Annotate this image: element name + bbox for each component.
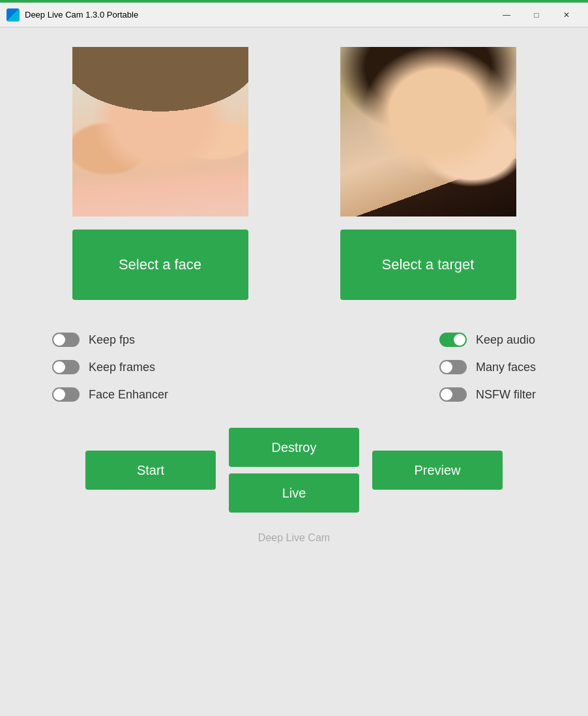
many-faces-label: Many faces [476, 361, 536, 374]
live-button[interactable]: Live [229, 473, 359, 513]
nsfw-filter-toggle[interactable] [439, 387, 467, 402]
minimize-button[interactable]: — [492, 3, 522, 27]
keep-fps-knob [53, 334, 65, 346]
maximize-button[interactable]: □ [522, 3, 551, 27]
face-image [72, 47, 248, 216]
destroy-button[interactable]: Destroy [229, 428, 359, 467]
keep-fps-row: Keep fps [52, 333, 168, 347]
left-toggles: Keep fps Keep frames Face Enhancer [52, 333, 168, 402]
keep-audio-label: Keep audio [476, 333, 535, 347]
face-image-container [72, 47, 248, 216]
titlebar-title: Deep Live Cam 1.3.0 Portable [25, 10, 492, 20]
many-faces-row: Many faces [439, 360, 536, 374]
keep-audio-toggle[interactable] [439, 333, 467, 347]
toggles-section: Keep fps Keep frames Face Enhancer K [39, 333, 549, 402]
target-image-container [340, 47, 516, 216]
keep-frames-knob [53, 361, 65, 373]
footer-text: Deep Live Cam [39, 532, 549, 544]
bottom-buttons-row1: Start Destroy Live Preview [39, 428, 549, 513]
target-image [340, 47, 516, 216]
many-faces-toggle[interactable] [439, 360, 467, 374]
face-enhancer-label: Face Enhancer [89, 388, 168, 402]
nsfw-filter-knob [441, 389, 452, 400]
right-toggles: Keep audio Many faces NSFW filter [439, 333, 536, 402]
keep-frames-toggle[interactable] [52, 360, 80, 374]
nsfw-filter-label: NSFW filter [476, 388, 536, 402]
titlebar-controls: — □ ✕ [492, 3, 581, 27]
face-panel: Select a face [39, 47, 281, 300]
face-enhancer-knob [53, 389, 65, 400]
many-faces-knob [441, 361, 452, 373]
keep-audio-row: Keep audio [439, 333, 536, 347]
close-button[interactable]: ✕ [551, 3, 581, 27]
panel-row: Select a face Select a target [39, 47, 549, 300]
target-panel: Select a target [307, 47, 549, 300]
nsfw-filter-row: NSFW filter [439, 387, 536, 402]
keep-audio-knob [454, 334, 465, 346]
face-enhancer-row: Face Enhancer [52, 387, 168, 402]
start-button[interactable]: Start [85, 451, 216, 490]
preview-button[interactable]: Preview [372, 451, 503, 490]
select-target-button[interactable]: Select a target [340, 230, 516, 300]
center-buttons: Destroy Live [229, 428, 359, 513]
face-enhancer-toggle[interactable] [52, 387, 80, 402]
titlebar: Deep Live Cam 1.3.0 Portable — □ ✕ [0, 3, 588, 27]
select-face-button[interactable]: Select a face [72, 230, 248, 300]
keep-frames-row: Keep frames [52, 360, 168, 374]
app-icon [7, 8, 20, 22]
keep-frames-label: Keep frames [89, 361, 155, 374]
main-content: Select a face Select a target Keep fps [0, 27, 588, 563]
keep-fps-toggle[interactable] [52, 333, 80, 347]
keep-fps-label: Keep fps [89, 333, 135, 347]
